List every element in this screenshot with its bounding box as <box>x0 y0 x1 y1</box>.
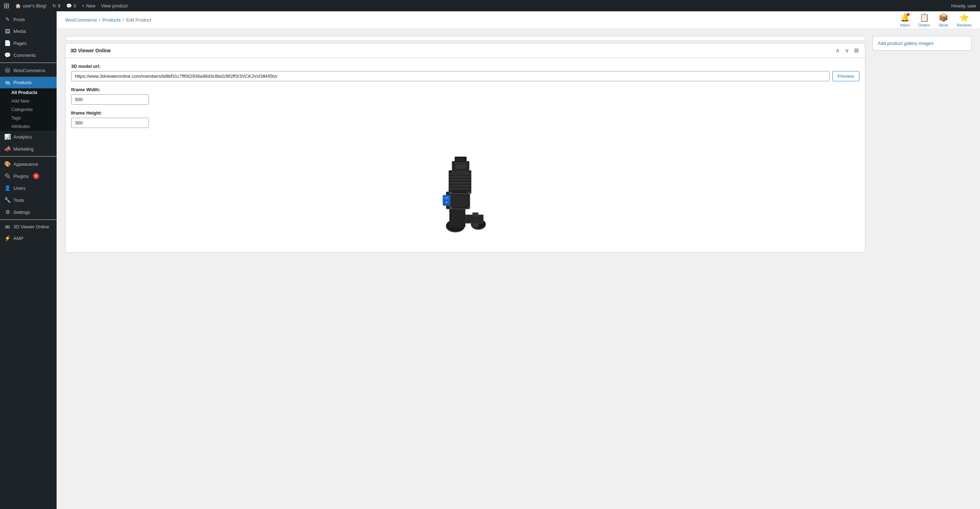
comments-icon: 💬 <box>4 52 11 58</box>
height-input[interactable] <box>71 118 149 128</box>
metabox-header[interactable]: 3D Viewer Online ∧ ∨ ⊠ <box>65 43 865 58</box>
attributes-label: Attributes <box>11 124 30 129</box>
width-field-group: Iframe Width: <box>71 87 859 105</box>
add-gallery-images-link[interactable]: Add product gallery images <box>878 41 934 46</box>
svg-rect-18 <box>449 173 470 175</box>
media-icon: 🖼 <box>4 28 11 34</box>
comments-bar[interactable]: 💬 0 <box>66 3 76 8</box>
metabox-toggle[interactable]: ⊠ <box>853 47 860 54</box>
sidebar-item-media[interactable]: 🖼 Media <box>0 25 57 37</box>
plugins-icon: 🔌 <box>4 173 11 179</box>
sidebar-item-add-new[interactable]: Add New <box>0 97 57 105</box>
sidebar-item-settings[interactable]: ⚙ Settings <box>0 206 57 218</box>
categories-label: Categories <box>11 107 33 112</box>
sidebar-item-tags[interactable]: Tags <box>0 114 57 122</box>
svg-point-30 <box>450 192 452 194</box>
metabox-collapse-up[interactable]: ∧ <box>834 47 841 54</box>
url-label: 3D model url: <box>71 63 859 69</box>
svg-rect-25 <box>453 163 468 170</box>
svg-rect-8 <box>473 224 478 227</box>
sidebar-label-users: Users <box>13 186 25 191</box>
reviews-label: Reviews <box>957 23 972 27</box>
metabox-body: 3D model url: Preview Iframe Width: <box>65 58 865 252</box>
gallery-panel: Add product gallery images <box>872 36 972 51</box>
sidebar-item-marketing[interactable]: 📣 Marketing <box>0 143 57 155</box>
topbar-reviews[interactable]: ⭐ Reviews <box>957 13 972 27</box>
sidebar-item-products[interactable]: 🛍 Products <box>0 77 57 88</box>
sidebar-label-analytics: Analytics <box>13 134 32 140</box>
admin-bar: ⊞ 🏠 user's Blog! ↻ 9 💬 0 + New View prod… <box>0 0 980 11</box>
sidebar-item-3dviewer[interactable]: 3D 3D Viewer Online <box>0 221 57 232</box>
svg-rect-22 <box>449 185 470 187</box>
sidebar-label-products: Products <box>13 80 32 85</box>
svg-rect-10 <box>448 193 468 207</box>
all-products-label: All Products <box>11 90 38 95</box>
add-new-label: Add New <box>11 98 29 103</box>
stock-icon: 📦 <box>939 13 948 22</box>
width-input[interactable] <box>71 94 149 105</box>
sidebar-item-woocommerce[interactable]: Ⓦ WooCommerce <box>0 64 57 77</box>
svg-rect-23 <box>449 188 470 190</box>
site-name-bar[interactable]: 🏠 user's Blog! <box>15 3 47 8</box>
sidebar-item-attributes[interactable]: Attributes <box>0 122 57 131</box>
svg-rect-7 <box>473 212 478 216</box>
sidebar-label-plugins: Plugins <box>13 174 29 179</box>
sidebar-item-analytics[interactable]: 📊 Analytics <box>0 131 57 143</box>
topbar-stock[interactable]: 📦 Stock <box>939 13 948 27</box>
svg-rect-20 <box>449 179 470 181</box>
appearance-icon: 🎨 <box>4 161 11 167</box>
sidebar-label-appearance: Appearance <box>13 162 38 167</box>
sidebar-item-appearance[interactable]: 🎨 Appearance <box>0 158 57 170</box>
url-field-group: 3D model url: Preview <box>71 63 859 81</box>
page-content: 3D Viewer Online ∧ ∨ ⊠ 3D model url: <box>57 29 980 267</box>
sidebar-item-plugins[interactable]: 🔌 Plugins 9 <box>0 170 57 182</box>
sidebar-item-amp[interactable]: ⚡ AMP <box>0 232 57 244</box>
sidebar-item-all-products[interactable]: All Products <box>0 88 57 97</box>
new-bar[interactable]: + New <box>82 3 95 8</box>
sidebar-item-tools[interactable]: 🔧 Tools <box>0 194 57 206</box>
svg-point-27 <box>461 165 465 169</box>
sidebar-item-pages[interactable]: 📄 Pages <box>0 37 57 49</box>
sidebar-label-posts: Posts <box>13 17 25 22</box>
howdy-text: Howdy, user <box>951 3 977 8</box>
sidebar-label-3dviewer: 3D Viewer Online <box>13 224 49 229</box>
metabox-title: 3D Viewer Online <box>70 48 111 53</box>
sidebar-item-users[interactable]: 👤 Users <box>0 182 57 194</box>
sidebar-item-comments[interactable]: 💬 Comments <box>0 49 57 61</box>
view-product-bar[interactable]: View product <box>101 3 128 8</box>
sidebar-item-posts[interactable]: ✎ Posts <box>0 13 57 25</box>
svg-point-33 <box>468 206 470 209</box>
svg-point-26 <box>456 165 460 169</box>
posts-icon: ✎ <box>4 16 11 23</box>
breadcrumb-sep-1: / <box>99 17 100 23</box>
model-preview-area <box>71 133 859 247</box>
topbar-actions: 🔔 Inbox 📋 Orders 📦 Stock ⭐ Reviews <box>900 13 972 27</box>
breadcrumb-current: Edit Product <box>126 17 151 23</box>
wp-logo[interactable]: ⊞ <box>3 2 10 10</box>
stock-label: Stock <box>939 23 948 27</box>
url-row: Preview <box>71 71 859 81</box>
top-bar: WooCommerce / Products / Edit Product 🔔 … <box>57 11 980 29</box>
svg-point-14 <box>445 197 447 199</box>
svg-rect-19 <box>449 176 470 178</box>
sidebar-item-categories[interactable]: Categories <box>0 105 57 114</box>
amp-icon: ⚡ <box>4 235 11 241</box>
inbox-icon: 🔔 <box>900 13 910 22</box>
sidebar: ✎ Posts 🖼 Media 📄 Pages 💬 Comments Ⓦ Woo… <box>0 11 57 509</box>
breadcrumb-woocommerce[interactable]: WooCommerce <box>65 17 97 23</box>
width-label: Iframe Width: <box>71 87 859 92</box>
url-input[interactable] <box>71 71 830 81</box>
inbox-notification-dot <box>907 13 910 16</box>
topbar-inbox[interactable]: 🔔 Inbox <box>900 13 910 27</box>
breadcrumb-products[interactable]: Products <box>103 17 121 23</box>
updates-bar[interactable]: ↻ 9 <box>52 3 60 8</box>
svg-rect-5 <box>451 208 464 225</box>
preview-button[interactable]: Preview <box>832 71 859 81</box>
svg-rect-21 <box>449 182 470 184</box>
metabox-collapse-down[interactable]: ∨ <box>843 47 851 54</box>
topbar-orders[interactable]: 📋 Orders <box>918 13 930 27</box>
height-field-group: Iframe Height: <box>71 110 859 128</box>
products-submenu: All Products Add New Categories Tags Att… <box>0 88 57 131</box>
sidebar-label-comments: Comments <box>13 53 36 58</box>
inbox-label: Inbox <box>900 23 910 27</box>
